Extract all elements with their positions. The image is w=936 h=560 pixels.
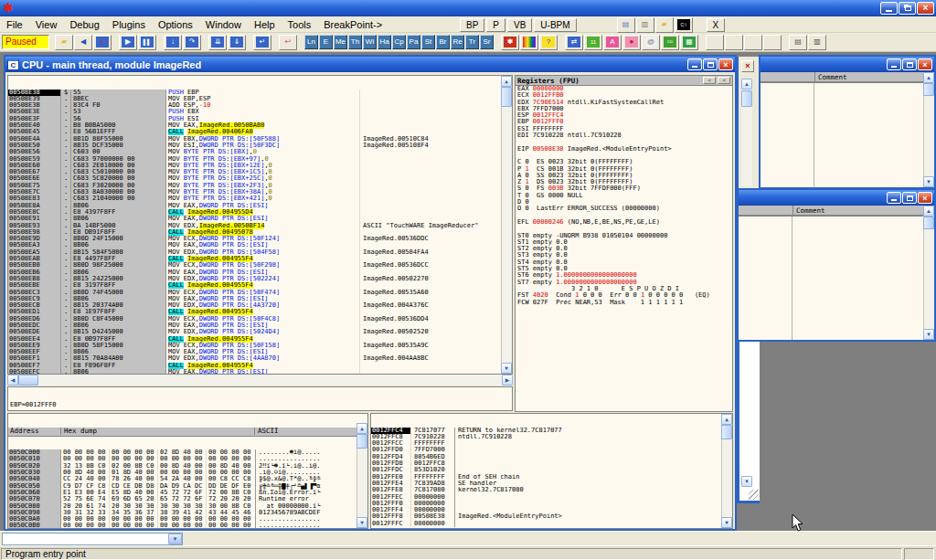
disasm-row[interactable]: 00508E60.C683 2E010000 00MOV BYTE PTR DS…: [8, 163, 512, 169]
scroll-up-icon[interactable]: ▲: [741, 79, 752, 90]
scroll-down-icon[interactable]: ▼: [356, 517, 367, 528]
register-line[interactable]: ST1 empty 0.0: [516, 239, 732, 246]
stack-row[interactable]: 0012FFFC00000000: [371, 521, 732, 527]
layout-columns-icon[interactable]: ▤: [789, 35, 807, 50]
menu-options[interactable]: Options: [152, 17, 199, 32]
register-line[interactable]: [516, 153, 732, 159]
disasm-row[interactable]: 00508E45.E8 56B1EFFFCALL ImageRed.00406F…: [8, 129, 512, 135]
disassembly-pane[interactable]: 00508E38$55PUSH EBP00508E39.8BECMOV EBP,…: [7, 75, 513, 375]
register-line[interactable]: O 0 LastErr ERROR_SUCCESS (00000000): [516, 206, 732, 212]
dump-row[interactable]: 0050C03000 8D 40 0001 8D 40 0000 00 00 0…: [8, 470, 367, 476]
panel-button-ha[interactable]: Ha: [378, 35, 391, 49]
panel-button-sr[interactable]: Sr: [480, 35, 494, 49]
win-minimize-button[interactable]: [887, 192, 901, 204]
panel-button-me[interactable]: Me: [334, 35, 347, 49]
scroll-thumb[interactable]: [923, 217, 934, 229]
disasm-row[interactable]: 00508E91.8B06MOV EAX,DWORD PTR DS:[ESI]: [8, 216, 512, 222]
panel-button-re[interactable]: Re: [451, 35, 464, 49]
disasm-row[interactable]: 00508EC9.8B06MOV EAX,DWORD PTR DS:[ESI]: [8, 296, 512, 302]
registers-pane[interactable]: Registers (FPU) < < EAX 00000000ECX 0012…: [515, 75, 733, 412]
stack-row[interactable]: 0012FFE87C817080kernel32.7C817080: [371, 487, 732, 493]
disasm-row[interactable]: 00508ED6.8B0D C8F45000MOV ECX,DWORD PTR …: [8, 316, 512, 322]
execute-till-return-icon[interactable]: ↵: [253, 35, 271, 50]
hide-debugger-icon[interactable]: 11: [584, 35, 602, 50]
register-line[interactable]: ST0 empty -UNORM B938 01050104 00000000: [516, 233, 732, 239]
disasm-row[interactable]: 00508E6E.C683 5C020000 00MOV BYTE PTR DS…: [8, 175, 512, 182]
stack-row[interactable]: 0012FFCCFFFFFFFF: [371, 440, 732, 447]
stack-row[interactable]: 0012FFDC853D1020: [371, 467, 732, 473]
panel-button-e[interactable]: E: [319, 35, 333, 49]
register-line[interactable]: [516, 213, 732, 219]
register-line[interactable]: [516, 139, 732, 145]
disasm-row[interactable]: 00508EF7.E8 F896F8FFCALL ImageRed.004955…: [8, 363, 512, 369]
comment-window-top-title-bar[interactable]: ×: [760, 57, 934, 72]
register-line[interactable]: ST3 empty 0.0: [516, 252, 732, 259]
register-line[interactable]: P 1 CS 001B 32bit 0(FFFFFFFF): [516, 166, 732, 173]
register-line[interactable]: ST7 empty 1.0000000000000000000: [516, 280, 732, 286]
dump-row[interactable]: 0050C02032 13 8B C002 00 8B C000 8D 40 0…: [8, 463, 367, 470]
register-line[interactable]: EFL 00000246 (NO,NB,E,BE,NS,PE,GE,LE): [516, 219, 732, 226]
register-line[interactable]: ST2 empty 0.0: [516, 246, 732, 252]
go-back-icon[interactable]: ◀: [74, 35, 92, 50]
register-line[interactable]: EBP 0012FFF0: [516, 119, 732, 125]
panel-button-ln[interactable]: Ln: [304, 35, 318, 49]
layout-rows-icon[interactable]: ▥: [808, 35, 826, 50]
scroll-up-icon[interactable]: ▲: [356, 423, 367, 434]
disasm-row[interactable]: 00508EBE.E8 3197F8FFCALL ImageRed.004955…: [8, 282, 512, 289]
open-folder-icon[interactable]: ▰: [655, 17, 674, 33]
panel-button-wi[interactable]: Wi: [363, 35, 377, 49]
close-program-icon[interactable]: ×: [93, 35, 112, 50]
plugin-button-p[interactable]: P: [486, 18, 505, 32]
animate-into-icon[interactable]: ⇊: [208, 35, 227, 50]
register-line[interactable]: ESP 0012FFC4: [516, 112, 732, 119]
disasm-row[interactable]: 00508E98.E8 DB91F8FFCALL ImageRed.004950…: [8, 229, 512, 236]
disasm-row[interactable]: 00508E59.C683 97000000 00MOV BYTE PTR DS…: [8, 156, 512, 163]
goto-icon[interactable]: ↩: [279, 35, 297, 50]
window-icon[interactable]: ▦: [680, 35, 698, 50]
disassembly-vscrollbar[interactable]: ▲ ▼: [501, 76, 512, 374]
animate-over-icon[interactable]: ⇓: [228, 35, 246, 50]
register-line[interactable]: ST6 empty 1.0000000000000000000: [516, 272, 732, 279]
disasm-row[interactable]: 00508EF1.8B15 70A84A00MOV EDX,DWORD PTR …: [8, 355, 512, 362]
register-line[interactable]: 3 2 1 0 E S P U O Z D I: [516, 286, 732, 292]
menu-plugins[interactable]: Plugins: [106, 17, 152, 32]
register-line[interactable]: EDX 7C90E514 ntdll.KiFastSystemCallRet: [516, 100, 732, 106]
win-vscrollbar[interactable]: ▲ ▼: [923, 206, 934, 340]
disasm-row[interactable]: 00508E93.BA 14BF5000MOV EDX,ImageRed.005…: [8, 223, 512, 229]
win-minimize-button[interactable]: [887, 58, 901, 70]
register-line[interactable]: [516, 226, 732, 232]
disasm-row[interactable]: 00508E4A.8B1D 88F55000MOV EBX,DWORD PTR …: [8, 136, 512, 143]
scroll-down-icon[interactable]: ▼: [741, 476, 752, 487]
plugin-close-button[interactable]: X: [707, 18, 726, 32]
cpu-close-button[interactable]: ×: [718, 58, 733, 70]
cpu-window-title-bar[interactable]: C CPU - main thread, module ImageRed ×: [5, 57, 735, 72]
scroll-up-icon[interactable]: ▲: [923, 72, 934, 83]
scroll-up-icon[interactable]: ▲: [501, 76, 512, 87]
register-line[interactable]: T 0 GS 0000 NULL: [516, 193, 732, 199]
stack-row[interactable]: 0012FFF000000000: [371, 501, 732, 507]
menu-breakpoint[interactable]: BreakPoint->: [317, 17, 388, 32]
register-line[interactable]: FST 4020 Cond 1 0 0 0 Err 0 0 1 0 0 0 0 …: [516, 292, 732, 299]
comment-list-empty[interactable]: [739, 216, 923, 340]
disasm-row[interactable]: 00508E67.C683 C5010000 00MOV BYTE PTR DS…: [8, 169, 512, 175]
register-line[interactable]: EDI 7C910228 ntdll.7C910228: [516, 132, 732, 139]
stack-vscrollbar[interactable]: ▲ ▼: [721, 414, 732, 528]
win-close-button[interactable]: ×: [918, 58, 932, 70]
scroll-up-icon[interactable]: ▲: [721, 414, 732, 425]
register-line[interactable]: S 0 FS 003B 32bit 7FFDF000(FFF): [516, 185, 732, 192]
scroll-down-icon[interactable]: ▼: [501, 363, 512, 374]
scroll-thumb[interactable]: [501, 87, 512, 107]
stack-row[interactable]: 0012FFE0FFFFFFFFEnd of SEH chain: [371, 474, 732, 481]
scroll-left-icon[interactable]: ◀: [7, 375, 18, 386]
win-maximize-button[interactable]: [902, 58, 917, 70]
run-icon[interactable]: ▶: [119, 35, 137, 50]
book-icon[interactable]: ▥: [636, 17, 654, 33]
pause-icon[interactable]: ▌▌: [138, 35, 156, 50]
scroll-thumb[interactable]: [741, 90, 752, 107]
stack-row[interactable]: 0012FFF400000000: [371, 507, 732, 513]
win-vscrollbar[interactable]: ▲ ▼: [923, 72, 934, 187]
stack-row[interactable]: 0012FFD48054B6ED: [371, 454, 732, 460]
disasm-row[interactable]: 00508EDE.8B15 D4245000MOV EDX,DWORD PTR …: [8, 329, 512, 335]
disasm-row[interactable]: 00508E75.C683 F3020000 00MOV BYTE PTR DS…: [8, 183, 512, 189]
registers-prev-icon[interactable]: <: [703, 77, 716, 84]
